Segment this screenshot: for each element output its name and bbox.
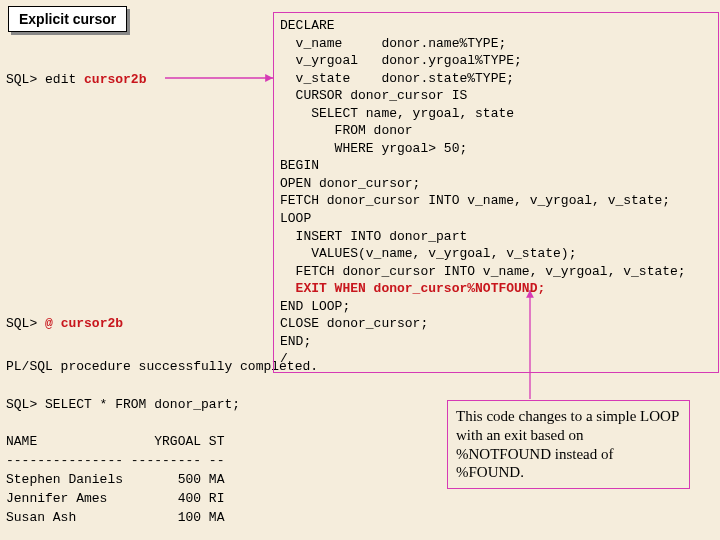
code-l1: DECLARE	[280, 18, 335, 33]
sql-edit-line: SQL> edit cursor2b	[6, 72, 146, 87]
code-l9: BEGIN	[280, 158, 319, 173]
code-l18: CLOSE donor_cursor;	[280, 316, 428, 331]
edit-keyword: edit	[45, 72, 76, 87]
code-l3: v_yrgoal donor.yrgoal%TYPE;	[280, 53, 522, 68]
code-l7: FROM donor	[280, 123, 413, 138]
annotation-box: This code changes to a simple LOOP with …	[447, 400, 690, 489]
out-l8: Jennifer Ames 400 RI	[6, 491, 224, 506]
slide-title: Explicit cursor	[19, 11, 116, 27]
code-l17: END LOOP;	[280, 299, 350, 314]
code-l8: WHERE yrgoal> 50;	[280, 141, 467, 156]
script-name-at: cursor2b	[61, 316, 123, 331]
code-l16-exit: EXIT WHEN donor_cursor%NOTFOUND;	[280, 281, 545, 296]
sql-prompt: SQL>	[6, 316, 37, 331]
code-l12: LOOP	[280, 211, 311, 226]
out-l6: --------------- --------- --	[6, 453, 224, 468]
sql-at-line: SQL> @ cursor2b	[6, 316, 123, 331]
script-name-edit: cursor2b	[84, 72, 146, 87]
at-symbol: @	[45, 316, 53, 331]
code-l15: FETCH donor_cursor INTO v_name, v_yrgoal…	[280, 264, 686, 279]
code-block: DECLARE v_name donor.name%TYPE; v_yrgoal…	[273, 12, 719, 373]
out-l5: NAME YRGOAL ST	[6, 434, 224, 449]
code-l19: END;	[280, 334, 311, 349]
code-l10: OPEN donor_cursor;	[280, 176, 420, 191]
code-l6: SELECT name, yrgoal, state	[280, 106, 514, 121]
out-l9: Susan Ash 100 MA	[6, 510, 224, 525]
slide-title-box: Explicit cursor	[8, 6, 127, 32]
code-l11: FETCH donor_cursor INTO v_name, v_yrgoal…	[280, 193, 670, 208]
sql-output-block: PL/SQL procedure successfully completed.…	[6, 358, 318, 528]
code-l20: /	[280, 351, 288, 366]
code-l13: INSERT INTO donor_part	[280, 229, 467, 244]
out-l1: PL/SQL procedure successfully completed.	[6, 359, 318, 374]
out-l3: SQL> SELECT * FROM donor_part;	[6, 397, 240, 412]
code-l5: CURSOR donor_cursor IS	[280, 88, 467, 103]
annotation-text: This code changes to a simple LOOP with …	[456, 408, 679, 480]
code-l2: v_name donor.name%TYPE;	[280, 36, 506, 51]
code-l4: v_state donor.state%TYPE;	[280, 71, 514, 86]
out-l7: Stephen Daniels 500 MA	[6, 472, 224, 487]
code-l14: VALUES(v_name, v_yrgoal, v_state);	[280, 246, 576, 261]
sql-prompt: SQL>	[6, 72, 37, 87]
